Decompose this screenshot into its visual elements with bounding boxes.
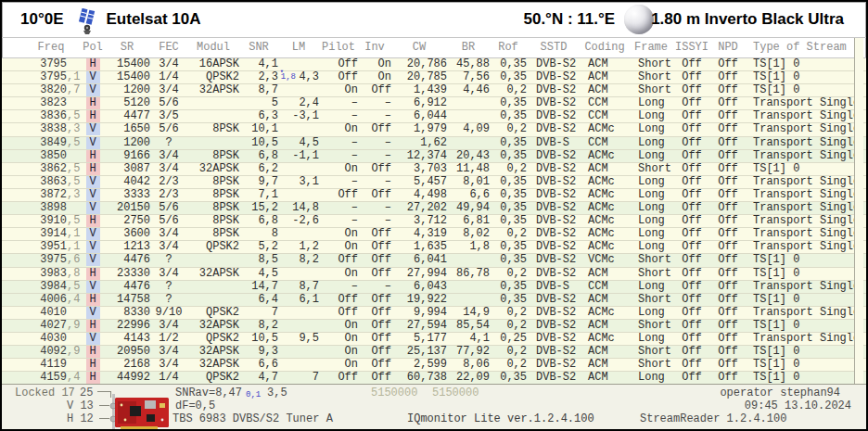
cell-fec: 2/3 [150, 176, 187, 188]
cell-inv: – [358, 150, 391, 162]
column-header[interactable]: Pilot [319, 38, 358, 57]
cell-br: 8,02 [447, 228, 490, 240]
table-row[interactable]: 3820,7V12003/432APSK8,7OnOff1,4394,460,2… [2, 84, 866, 97]
cell-fd: ,4 [67, 372, 82, 384]
cell-cw: 27,594 [391, 320, 447, 332]
cell-fec: 3/4 [150, 268, 187, 280]
table-row[interactable]: 4092,9H209503/432APSK9,3OnOff25,13777,92… [2, 346, 866, 359]
column-header[interactable]: BR [447, 38, 490, 57]
table-row[interactable]: 4027,9H229963/432APSK8,2OnOff27,59485,54… [2, 320, 866, 333]
cell-rof: 0,35 [490, 254, 527, 266]
cell-sstd: DVB-S2 [527, 333, 581, 345]
table-row[interactable]: 3795,1V154001/4QPSK22,31,84,3OffOn20,785… [2, 71, 866, 84]
table-row[interactable]: 3862,5H30873/432APSK6,2OnOff3,70311,480,… [2, 163, 866, 176]
cell-fi: 3863 [20, 176, 67, 188]
cell-npd: Off [710, 58, 746, 70]
cell-inv: – [358, 97, 391, 109]
table-row[interactable]: 3910,5H27505/68PSK6,8-2,6––3,7126,810,35… [2, 215, 866, 228]
table-row[interactable]: 4030V41431/2QPSK210,59,5OnOff5,1774,10,2… [2, 333, 866, 346]
column-header[interactable]: Inv [358, 38, 391, 57]
scrollbar-track[interactable] [854, 38, 863, 384]
table-row[interactable]: 3838,3V16505/68PSK10,1OnOff1,9794,090,2D… [2, 123, 866, 136]
cell-lm [278, 346, 319, 358]
table-row[interactable]: 3914,1V36003/48PSK8OnOff4,3198,020,2DVB-… [2, 228, 866, 241]
table-row[interactable]: 3983,8H233303/432APSK4,5OnOff27,99486,78… [2, 268, 866, 281]
cell-stream: Transport Single [746, 137, 860, 149]
cell-mod: QPSK2 [187, 307, 239, 319]
stream-reader-version: StreamReader 1.2.4.100 [640, 412, 786, 425]
cell-coding: ACMc [581, 228, 629, 240]
table-row[interactable]: 4010V83309/10QPSK27OffOff9,99414,90,2DVB… [2, 307, 866, 320]
cell-pilot: Off [319, 71, 358, 83]
polarization-badge: H [86, 320, 100, 332]
cell-sr: 22996 [104, 320, 150, 332]
cell-fi: 3983 [20, 268, 67, 280]
cell-mod [187, 281, 239, 293]
cell-rof: 0,35 [490, 176, 527, 188]
table-row[interactable]: 4006,4H14758?6,46,1OffOff19,9220,35DVB-S… [2, 294, 866, 307]
cell-sstd: DVB-S2 [527, 307, 581, 319]
cell-stream: TS[1] 0 [746, 268, 853, 280]
cell-issyi: Off [673, 241, 710, 253]
cell-frame: Long [629, 150, 673, 162]
column-header[interactable]: SSTD [527, 38, 581, 57]
polarization-badge: H [86, 163, 100, 175]
globe-icon [624, 5, 654, 34]
cell-pilot: On [319, 84, 358, 96]
cell-sr: 1213 [104, 241, 150, 253]
cell-stream: Transport Single [746, 97, 860, 109]
polarization-badge: V [86, 281, 100, 293]
table-row[interactable]: 4119H21683/432APSK6,6OnOff2,5998,060,2DV… [2, 359, 866, 372]
column-header[interactable]: Frame [629, 38, 673, 57]
cell-pilot: – [319, 215, 358, 227]
cell-fd: ,1 [67, 71, 82, 83]
cell-sr: 15400 [104, 71, 150, 83]
column-header[interactable]: SR [104, 38, 150, 57]
cell-mod: 8PSK [187, 202, 239, 214]
cell-br: 77,92 [447, 346, 490, 358]
table-row[interactable]: 3898V201505/68PSK15,214,8––27,20249,940,… [2, 202, 866, 215]
column-header[interactable]: SNR [239, 38, 278, 57]
cell-npd: Off [710, 241, 746, 253]
column-header[interactable]: Rof [490, 38, 527, 57]
table-row[interactable]: 3849,5V1200?10,54,5––1,620,35DVB-SCCMLon… [2, 137, 866, 150]
table-row[interactable]: 3863,5V40422/38PSK9,73,1––5,4578,010,35D… [2, 176, 866, 189]
table-row[interactable]: 3984,5V4476?14,78,7––6,0430,35DVB-SCCMLo… [2, 281, 866, 294]
cell-sstd: DVB-S2 [527, 97, 581, 109]
table-row[interactable]: 3872,3V33332/38PSK7,1OffOff4,4986,60,35D… [2, 189, 866, 202]
column-header[interactable]: Freq [20, 38, 82, 57]
cell-fd: ,4 [67, 294, 82, 306]
bracket-line [99, 405, 109, 406]
table-row[interactable]: 3850H91663/48PSK6,8-1,1––12,37420,430,35… [2, 150, 866, 163]
column-header[interactable]: Modul [187, 38, 239, 57]
column-header[interactable]: Coding [581, 38, 629, 57]
cell-inv: – [358, 110, 391, 122]
cell-mod: 8PSK [187, 189, 239, 201]
column-header[interactable]: ISSYI [673, 38, 710, 57]
column-header[interactable]: CW [391, 38, 447, 57]
cell-mod: 8PSK [187, 176, 239, 188]
table-row[interactable]: 3975,6V4476?8,58,2OffOff6,0410,35DVB-S2V… [2, 254, 866, 267]
cell-stream: Transport Single [746, 333, 860, 345]
column-header[interactable]: NPD [710, 38, 746, 57]
cell-inv: Off [358, 307, 391, 319]
cell-pilot: – [319, 97, 358, 109]
table-row[interactable]: 3823H51205/652,4––6,9120,35DVB-S2CCMLong… [2, 97, 866, 110]
column-header[interactable]: Type of Stream [746, 38, 853, 57]
column-header[interactable]: FEC [150, 38, 187, 57]
cell-npd: Off [710, 228, 746, 240]
cell-issyi: Off [673, 294, 710, 306]
frequency-b: 5150000 [432, 387, 479, 399]
cell-cw: 20,785 [391, 71, 447, 83]
column-header[interactable]: LM [278, 38, 319, 57]
cell-snr: 4,5 [239, 268, 278, 280]
cell-pol: H [82, 163, 104, 175]
column-header[interactable]: Pol [82, 38, 104, 57]
cell-sstd: DVB-S2 [527, 320, 581, 332]
table-row[interactable]: 3836,5H44773/56,3-3,1––6,0440,35DVB-S2CC… [2, 110, 866, 123]
cell-stream: Transport Single [746, 241, 860, 253]
table-row[interactable]: 3951,1V12133/4QPSK25,21,2OnOff1,6351,80,… [2, 241, 866, 254]
table-row[interactable]: 3795H154003/416APSK4,1OffOn20,78645,880,… [2, 58, 866, 71]
cell-frame: Long [629, 137, 673, 149]
cell-pol: H [82, 346, 104, 358]
